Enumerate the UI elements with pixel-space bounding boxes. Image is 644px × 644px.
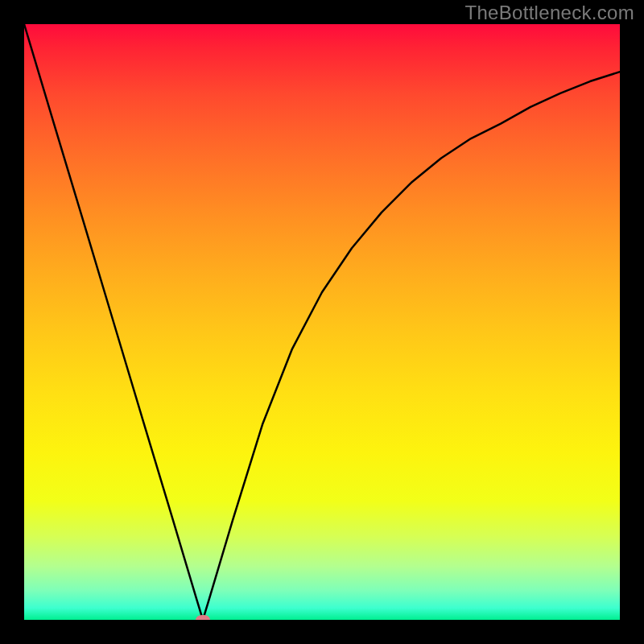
curve-svg bbox=[24, 24, 620, 620]
v-curve-line bbox=[24, 24, 620, 620]
chart-container: TheBottleneck.com bbox=[0, 0, 644, 644]
minimum-marker bbox=[196, 615, 210, 620]
plot-area bbox=[24, 24, 620, 620]
watermark-text: TheBottleneck.com bbox=[464, 2, 634, 24]
